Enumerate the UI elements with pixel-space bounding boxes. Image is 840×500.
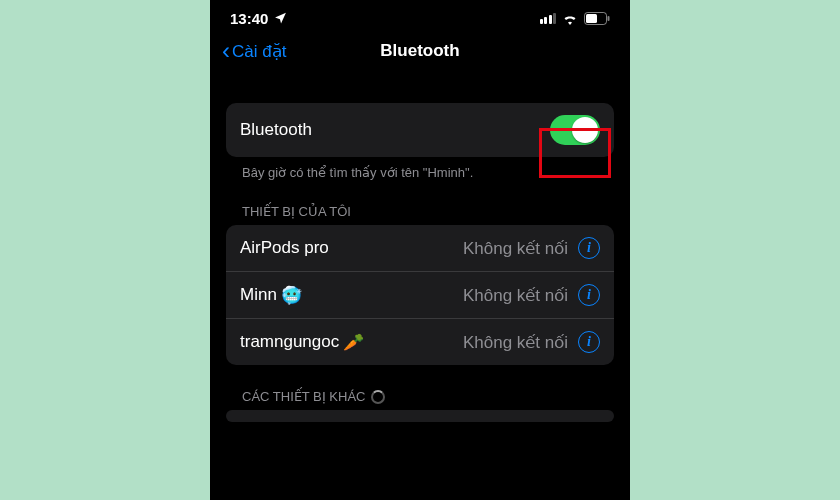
device-row[interactable]: tramngungoc 🥕 Không kết nối i: [226, 318, 614, 365]
device-status: Không kết nối: [463, 238, 568, 259]
content: Bluetooth Bây giờ có thể tìm thấy với tê…: [210, 103, 630, 422]
bluetooth-label: Bluetooth: [240, 120, 312, 140]
back-label: Cài đặt: [232, 41, 286, 62]
device-row[interactable]: AirPods pro Không kết nối i: [226, 225, 614, 271]
status-left: 13:40: [230, 10, 287, 27]
wifi-icon: [562, 13, 578, 25]
device-name: AirPods pro: [240, 238, 333, 258]
device-name: tramngungoc 🥕: [240, 332, 364, 353]
info-icon[interactable]: i: [578, 237, 600, 259]
device-status: Không kết nối: [463, 285, 568, 306]
phone-screen: 13:40 ‹ Cài đặt Bluetooth: [210, 0, 630, 500]
device-row[interactable]: Minn🥶 Không kết nối i: [226, 271, 614, 318]
my-devices-list: AirPods pro Không kết nối i Minn🥶 Không …: [226, 225, 614, 365]
spinner-icon: [371, 390, 385, 404]
other-devices-header: CÁC THIẾT BỊ KHÁC: [226, 365, 614, 410]
my-devices-header: THIẾT BỊ CỦA TÔI: [226, 180, 614, 225]
location-icon: [274, 10, 287, 27]
svg-rect-1: [586, 14, 597, 23]
chevron-left-icon: ‹: [222, 39, 230, 63]
cellular-signal-icon: [540, 13, 557, 24]
status-bar: 13:40: [210, 0, 630, 31]
device-status: Không kết nối: [463, 332, 568, 353]
status-time: 13:40: [230, 10, 268, 27]
other-devices-list: [226, 410, 614, 422]
svg-rect-2: [608, 16, 610, 21]
bluetooth-toggle-row[interactable]: Bluetooth: [226, 103, 614, 157]
nav-header: ‹ Cài đặt Bluetooth: [210, 31, 630, 77]
info-icon[interactable]: i: [578, 284, 600, 306]
discoverable-note: Bây giờ có thể tìm thấy với tên "Hminh".: [226, 157, 614, 180]
bluetooth-toggle[interactable]: [550, 115, 600, 145]
device-name: Minn🥶: [240, 285, 302, 306]
bluetooth-toggle-group: Bluetooth: [226, 103, 614, 157]
page-title: Bluetooth: [380, 41, 459, 61]
status-right: [540, 12, 611, 25]
info-icon[interactable]: i: [578, 331, 600, 353]
back-button[interactable]: ‹ Cài đặt: [222, 39, 286, 63]
battery-icon: [584, 12, 610, 25]
